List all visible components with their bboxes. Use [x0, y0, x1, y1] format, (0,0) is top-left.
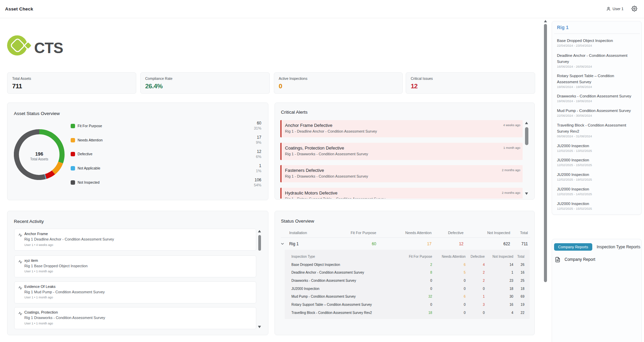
- svg-text:CTS: CTS: [34, 40, 63, 56]
